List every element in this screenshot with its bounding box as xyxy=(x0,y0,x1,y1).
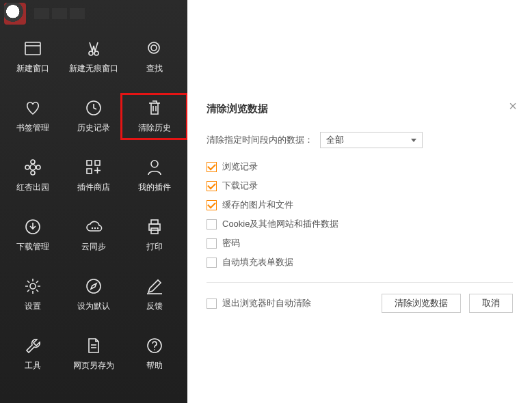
sidebar-item-11[interactable]: 打印 xyxy=(124,215,185,255)
clear-option-5[interactable]: 自动填充表单数据 xyxy=(207,256,513,268)
clear-option-1[interactable]: 下载记录 xyxy=(207,180,513,192)
clear-option-2[interactable]: 缓存的图片和文件 xyxy=(207,199,513,211)
username-redacted xyxy=(34,8,85,19)
sidebar-item-17[interactable]: 帮助 xyxy=(124,334,185,374)
heart-icon xyxy=(24,99,42,117)
sidebar-item-label: 反馈 xyxy=(146,301,163,312)
sidebar-item-label: 云同步 xyxy=(81,241,106,253)
cloud-icon xyxy=(85,218,103,236)
incognito-icon xyxy=(85,40,103,57)
clear-data-button[interactable]: 清除浏览数据 xyxy=(382,294,461,313)
window-icon xyxy=(24,40,42,57)
close-button[interactable]: × xyxy=(509,98,517,114)
sidebar-item-2[interactable]: 查找 xyxy=(124,37,185,77)
sidebar-item-6[interactable]: 红杏出园 xyxy=(3,156,64,196)
sidebar-item-label: 帮助 xyxy=(146,360,163,372)
sidebar-item-label: 清除历史 xyxy=(138,122,171,134)
compass-icon xyxy=(85,277,103,295)
time-range-select[interactable]: 全部 xyxy=(320,132,423,148)
sidebar-item-16[interactable]: 网页另存为 xyxy=(64,334,124,374)
checkbox xyxy=(207,238,217,249)
sidebar-item-14[interactable]: 反馈 xyxy=(124,275,185,315)
clear-browsing-data-dialog: 清除浏览数据 × 清除指定时间段内的数据： 全部 浏览记录下载记录缓存的图片和文… xyxy=(187,89,532,313)
sidebar-item-label: 插件商店 xyxy=(77,182,110,193)
cancel-button[interactable]: 取消 xyxy=(469,294,513,313)
checkbox xyxy=(207,200,217,210)
sidebar-item-label: 网页另存为 xyxy=(73,360,114,372)
sidebar-item-label: 历史记录 xyxy=(77,122,110,134)
sidebar-item-3[interactable]: 书签管理 xyxy=(3,96,64,137)
sidebar-item-1[interactable]: 新建无痕窗口 xyxy=(64,37,124,77)
sidebar-item-10[interactable]: 云同步 xyxy=(64,215,124,255)
sidebar-item-13[interactable]: 设为默认 xyxy=(64,275,124,315)
main-panel: 清除浏览数据 × 清除指定时间段内的数据： 全部 浏览记录下载记录缓存的图片和文… xyxy=(187,0,532,403)
clear-option-3[interactable]: Cookie及其他网站和插件数据 xyxy=(207,218,513,230)
sidebar-item-label: 查找 xyxy=(146,63,163,74)
sidebar-item-label: 下载管理 xyxy=(16,241,49,253)
help-icon xyxy=(146,337,163,355)
auto-clear-on-exit-checkbox[interactable]: 退出浏览器时自动清除 xyxy=(207,297,373,309)
sidebar-item-label: 设置 xyxy=(25,301,41,312)
time-range-value: 全部 xyxy=(326,134,344,146)
clear-option-4[interactable]: 密码 xyxy=(207,237,513,249)
user-header[interactable] xyxy=(0,0,187,27)
dialog-title: 清除浏览数据 xyxy=(207,102,513,115)
sidebar-item-15[interactable]: 工具 xyxy=(3,334,64,374)
clock-icon xyxy=(85,99,103,117)
chevron-down-icon xyxy=(411,139,416,142)
sidebar-item-label: 新建窗口 xyxy=(16,63,49,74)
checkbox xyxy=(207,162,217,172)
sidebar-item-5[interactable]: 清除历史 xyxy=(124,96,185,137)
pencil-icon xyxy=(146,277,163,295)
sidebar-item-9[interactable]: 下载管理 xyxy=(3,215,64,255)
sidebar-item-12[interactable]: 设置 xyxy=(3,275,64,315)
clear-option-0[interactable]: 浏览记录 xyxy=(207,161,513,173)
sidebar-item-label: 书签管理 xyxy=(16,122,49,134)
sidebar-item-7[interactable]: 插件商店 xyxy=(64,156,124,196)
checkbox xyxy=(207,219,217,230)
sidebar-item-label: 打印 xyxy=(146,241,163,253)
sidebar-item-0[interactable]: 新建窗口 xyxy=(3,37,64,77)
wrench-icon xyxy=(24,337,42,355)
flower-icon xyxy=(24,158,42,176)
divider xyxy=(207,282,513,283)
sidebar: 新建窗口新建无痕窗口查找书签管理历史记录清除历史红杏出园插件商店我的插件下载管理… xyxy=(0,0,187,403)
sidebar-item-label: 我的插件 xyxy=(138,182,171,193)
sidebar-item-label: 红杏出园 xyxy=(16,182,49,193)
search-icon xyxy=(146,40,163,57)
file-icon xyxy=(85,337,103,355)
sidebar-item-label: 工具 xyxy=(25,360,41,372)
time-range-label: 清除指定时间段内的数据： xyxy=(207,134,313,146)
sidebar-item-8[interactable]: 我的插件 xyxy=(124,156,185,196)
sidebar-item-4[interactable]: 历史记录 xyxy=(64,96,124,137)
trash-icon xyxy=(146,99,163,117)
person-icon xyxy=(146,158,163,176)
sidebar-item-label: 设为默认 xyxy=(77,301,110,312)
checkbox xyxy=(207,258,217,268)
avatar xyxy=(4,3,26,25)
gear-icon xyxy=(24,277,42,295)
download-icon xyxy=(24,218,42,236)
apps-icon xyxy=(85,158,103,176)
checkbox xyxy=(207,181,217,191)
sidebar-item-label: 新建无痕窗口 xyxy=(69,63,118,74)
print-icon xyxy=(146,218,163,236)
